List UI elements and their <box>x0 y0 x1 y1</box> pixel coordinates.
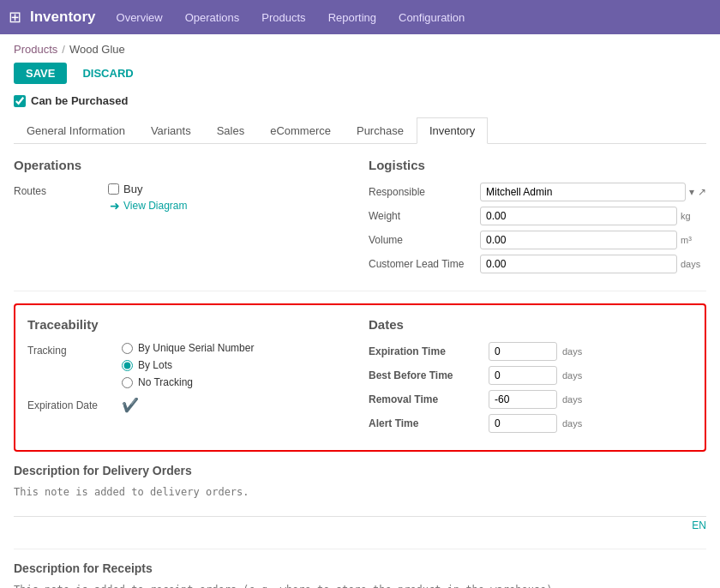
nav-products[interactable]: Products <box>258 9 309 26</box>
responsible-label: Responsible <box>369 186 480 198</box>
tracking-serial-radio[interactable] <box>122 343 133 354</box>
nav-overview[interactable]: Overview <box>113 9 166 26</box>
page-content: Products / Wood Glue SAVE DISCARD Can be… <box>0 34 720 588</box>
dates-section: Dates Expiration Time days Best Before T… <box>369 317 693 438</box>
buy-checkbox[interactable] <box>108 183 119 195</box>
best-before-label: Best Before Time <box>369 369 489 381</box>
traceability-dates-box: Traceability Tracking By Unique Serial N… <box>14 303 706 452</box>
weight-unit: kg <box>681 211 706 221</box>
alert-time-label: Alert Time <box>369 417 489 429</box>
can-be-purchased-checkbox[interactable] <box>14 95 26 107</box>
tab-purchase[interactable]: Purchase <box>344 117 417 143</box>
delivery-lang-badge[interactable]: EN <box>692 519 706 531</box>
responsible-value-container: ▾ ↗ <box>480 183 706 201</box>
responsible-row: Responsible ▾ ↗ <box>369 183 706 201</box>
alert-time-input[interactable] <box>489 414 557 433</box>
expiration-date-label: Expiration Date <box>27 399 122 411</box>
receipts-description-title: Description for Receipts <box>14 561 706 575</box>
breadcrumb-products[interactable]: Products <box>14 43 57 56</box>
traceability-section: Traceability Tracking By Unique Serial N… <box>27 317 351 438</box>
expiration-time-unit: days <box>562 346 582 357</box>
delivery-description-input[interactable] <box>14 483 706 517</box>
breadcrumb-separator: / <box>62 43 65 56</box>
expiration-date-row: Expiration Date ✔️ <box>27 397 351 413</box>
weight-row: Weight kg <box>369 207 706 225</box>
customer-lead-input[interactable] <box>480 255 677 273</box>
removal-time-row: Removal Time days <box>369 390 693 409</box>
tracking-label: Tracking <box>27 342 122 357</box>
responsible-input[interactable] <box>480 183 686 201</box>
action-bar: SAVE DISCARD <box>14 63 706 84</box>
ops-logistics: Operations Routes Buy ➜ View Diagram Log… <box>14 158 706 279</box>
best-before-unit: days <box>562 370 582 381</box>
routes-label: Routes <box>14 183 108 197</box>
expiration-date-toggle-icon[interactable]: ✔️ <box>122 397 139 413</box>
tracking-none-radio[interactable] <box>122 377 133 388</box>
buy-label: Buy <box>123 183 142 195</box>
top-nav: ⊞ Inventory Overview Operations Products… <box>0 0 720 34</box>
tab-general-information[interactable]: General Information <box>14 117 138 143</box>
nav-items: Overview Operations Products Reporting C… <box>113 9 469 26</box>
routes-value: Buy ➜ View Diagram <box>108 183 351 213</box>
traceability-title: Traceability <box>27 317 351 332</box>
tab-ecommerce[interactable]: eCommerce <box>257 117 344 143</box>
delivery-description-section: Description for Delivery Orders EN <box>14 464 706 531</box>
tracking-serial-option[interactable]: By Unique Serial Number <box>122 342 351 354</box>
grid-icon[interactable]: ⊞ <box>9 8 21 27</box>
tab-sales[interactable]: Sales <box>204 117 258 143</box>
buy-checkbox-row: Buy <box>108 183 351 195</box>
expiration-time-row: Expiration Time days <box>369 342 693 361</box>
removal-time-input[interactable] <box>489 390 557 409</box>
operations-title: Operations <box>14 158 351 172</box>
breadcrumb-current: Wood Glue <box>69 43 125 56</box>
dropdown-arrow-icon[interactable]: ▾ <box>689 186 694 198</box>
nav-operations[interactable]: Operations <box>182 9 243 26</box>
best-before-row: Best Before Time days <box>369 366 693 385</box>
volume-unit: m³ <box>681 235 706 245</box>
tabs: General Information Variants Sales eComm… <box>14 117 706 144</box>
can-be-purchased-label: Can be Purchased <box>31 94 128 107</box>
removal-time-label: Removal Time <box>369 393 489 405</box>
customer-lead-unit: days <box>681 259 706 269</box>
volume-input[interactable] <box>480 231 677 249</box>
view-diagram-text: View Diagram <box>123 200 187 212</box>
expiration-time-input[interactable] <box>489 342 557 361</box>
receipts-description-section: Description for Receipts EN <box>14 561 706 588</box>
delivery-description-footer: EN <box>14 519 706 531</box>
alert-time-unit: days <box>562 418 582 429</box>
routes-row: Routes Buy ➜ View Diagram <box>14 183 351 213</box>
arrow-icon: ➜ <box>110 199 120 213</box>
traceability-dates-cols: Traceability Tracking By Unique Serial N… <box>27 317 693 438</box>
weight-input[interactable] <box>480 207 677 225</box>
tracking-none-label: No Tracking <box>138 376 193 388</box>
nav-configuration[interactable]: Configuration <box>395 9 468 26</box>
external-link-icon[interactable]: ↗ <box>698 186 706 198</box>
divider-1 <box>14 291 706 291</box>
volume-label: Volume <box>369 234 480 246</box>
tracking-none-option[interactable]: No Tracking <box>122 376 351 388</box>
discard-button[interactable]: DISCARD <box>74 63 141 84</box>
customer-lead-row: Customer Lead Time days <box>369 255 706 273</box>
breadcrumb: Products / Wood Glue <box>14 43 706 56</box>
tracking-lots-label: By Lots <box>138 359 172 371</box>
receipts-description-input[interactable] <box>14 580 706 588</box>
tracking-options: By Unique Serial Number By Lots No Track… <box>122 342 351 388</box>
save-button[interactable]: SAVE <box>14 63 67 84</box>
nav-reporting[interactable]: Reporting <box>325 9 380 26</box>
logistics-title: Logistics <box>369 158 706 172</box>
tab-variants[interactable]: Variants <box>138 117 204 143</box>
removal-time-unit: days <box>562 394 582 405</box>
tab-inventory[interactable]: Inventory <box>417 117 488 144</box>
customer-lead-label: Customer Lead Time <box>369 258 480 270</box>
alert-time-row: Alert Time days <box>369 414 693 433</box>
tracking-lots-radio[interactable] <box>122 360 133 371</box>
delivery-description-title: Description for Delivery Orders <box>14 464 706 477</box>
weight-label: Weight <box>369 210 480 222</box>
app-title: Inventory <box>30 9 96 26</box>
tracking-lots-option[interactable]: By Lots <box>122 359 351 371</box>
operations-section: Operations Routes Buy ➜ View Diagram <box>14 158 351 279</box>
tracking-serial-label: By Unique Serial Number <box>138 342 254 354</box>
expiration-time-label: Expiration Time <box>369 345 489 357</box>
view-diagram-link[interactable]: ➜ View Diagram <box>110 199 351 213</box>
best-before-input[interactable] <box>489 366 557 385</box>
